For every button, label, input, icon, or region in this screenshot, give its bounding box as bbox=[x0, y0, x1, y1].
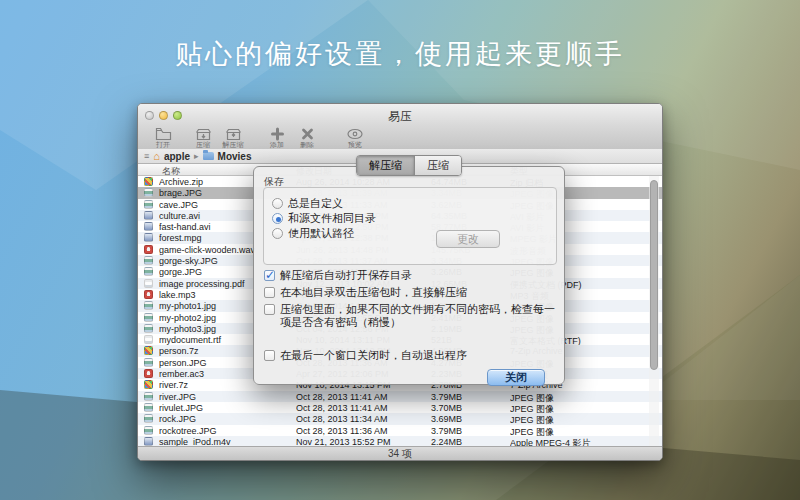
status-bar: 34 项 bbox=[138, 446, 662, 460]
cell-file-name: cave.JPG bbox=[159, 200, 261, 210]
file-type-icon bbox=[144, 380, 153, 389]
file-type-icon bbox=[144, 369, 153, 378]
cell-file-name: Archive.zip bbox=[159, 177, 261, 187]
radio-label: 和源文件相同目录 bbox=[288, 211, 376, 226]
cell-file-name: gorge.JPG bbox=[159, 267, 261, 277]
cell-file-name: my-photo3.jpg bbox=[159, 324, 261, 334]
file-type-icon bbox=[144, 211, 153, 220]
file-type-icon bbox=[144, 222, 153, 231]
extract-button[interactable]: 解压缩 bbox=[218, 127, 248, 148]
file-type-icon bbox=[144, 177, 153, 186]
cell-file-name: forest.mpg bbox=[159, 233, 261, 243]
toolbar-label: 压缩 bbox=[196, 141, 210, 148]
file-type-icon bbox=[144, 392, 153, 401]
path-segment-apple[interactable]: apple bbox=[164, 151, 190, 162]
preferences-dialog: 解压缩 压缩 保存 总是自定义 和源文件相同目录 使用默认路径 更改 解压缩后自… bbox=[253, 166, 565, 385]
table-row[interactable]: rockotree.JPGOct 28, 2013 11:36 AM3.79MB… bbox=[138, 425, 663, 436]
cell-file-name: rivulet.JPG bbox=[159, 403, 261, 413]
path-separator: ▸ bbox=[194, 151, 199, 161]
radio-icon bbox=[272, 228, 283, 239]
preview-button[interactable]: 预览 bbox=[340, 127, 370, 148]
cell-file-name: rock.JPG bbox=[159, 414, 261, 424]
table-row[interactable]: rock.JPGOct 28, 2013 11:34 AM3.69MBJPEG … bbox=[138, 413, 663, 424]
file-type-icon bbox=[144, 414, 153, 423]
toolbar-label: 添加 bbox=[270, 141, 284, 148]
file-type-icon bbox=[144, 324, 153, 333]
file-type-icon bbox=[144, 313, 153, 322]
tab-extract[interactable]: 解压缩 bbox=[357, 156, 414, 175]
toolbar-label: 预览 bbox=[348, 141, 362, 148]
checkbox-check-passwords[interactable]: 压缩包里面，如果不同的文件拥有不同的密码，检查每一项是否含有密码（稍慢） bbox=[264, 303, 558, 329]
preview-icon bbox=[346, 127, 364, 141]
file-type-icon bbox=[144, 301, 153, 310]
cell-date-modified: Oct 28, 2013 11:41 AM bbox=[296, 403, 426, 413]
radio-label: 总是自定义 bbox=[288, 196, 343, 211]
window-title: 易压 bbox=[138, 108, 662, 125]
scrollbar-thumb[interactable] bbox=[650, 180, 658, 370]
checkbox-label: 解压缩后自动打开保存目录 bbox=[280, 269, 412, 282]
toolbar-label: 解压缩 bbox=[223, 141, 244, 148]
radio-always-custom[interactable]: 总是自定义 bbox=[272, 196, 343, 211]
compress-icon bbox=[195, 127, 212, 141]
toolbar-label: 打开 bbox=[156, 141, 170, 148]
close-button[interactable]: 关闭 bbox=[487, 369, 545, 386]
cell-file-name: my-photo2.jpg bbox=[159, 313, 261, 323]
vertical-scrollbar[interactable] bbox=[649, 176, 659, 448]
checkbox-open-after-extract[interactable]: 解压缩后自动打开保存目录 bbox=[264, 269, 412, 282]
cell-file-name: person.JPG bbox=[159, 358, 261, 368]
save-group-box: 总是自定义 和源文件相同目录 使用默认路径 更改 bbox=[263, 187, 557, 265]
file-type-icon bbox=[144, 279, 153, 288]
change-button[interactable]: 更改 bbox=[436, 230, 500, 248]
file-type-icon bbox=[144, 233, 153, 242]
file-type-icon bbox=[144, 290, 153, 299]
cell-size: 3.79MB bbox=[431, 426, 491, 436]
table-row[interactable]: river.JPGOct 28, 2013 11:41 AM3.79MBJPEG… bbox=[138, 391, 663, 402]
file-type-icon bbox=[144, 426, 153, 435]
cell-date-modified: Oct 28, 2013 11:36 AM bbox=[296, 426, 426, 436]
item-count: 34 项 bbox=[388, 448, 412, 459]
add-button[interactable]: 添加 bbox=[262, 127, 292, 148]
cell-file-name: rember.ac3 bbox=[159, 369, 261, 379]
radio-default-path[interactable]: 使用默认路径 bbox=[272, 226, 354, 241]
cell-file-name: gorge-sky.JPG bbox=[159, 256, 261, 266]
cell-file-name: game-click-wooden.wav bbox=[159, 245, 261, 255]
checkbox-doubleclick-extract[interactable]: 在本地目录双击压缩包时，直接解压缩 bbox=[264, 286, 467, 299]
cell-file-name: image processing.pdf bbox=[159, 279, 261, 289]
cell-date-modified: Oct 28, 2013 11:34 AM bbox=[296, 414, 426, 424]
folder-open-icon bbox=[155, 127, 172, 141]
toolbar-label: 删除 bbox=[300, 141, 314, 148]
file-type-icon bbox=[144, 256, 153, 265]
table-row[interactable]: rivulet.JPGOct 28, 2013 11:41 AM3.70MBJP… bbox=[138, 402, 663, 413]
cell-file-name: my-photo1.jpg bbox=[159, 301, 261, 311]
checkbox-icon bbox=[264, 350, 275, 361]
cell-size: 3.79MB bbox=[431, 392, 491, 402]
file-type-icon bbox=[144, 335, 153, 344]
title-bar[interactable]: 易压 bbox=[138, 104, 662, 126]
path-segment-movies[interactable]: Movies bbox=[218, 151, 252, 162]
file-type-icon bbox=[144, 267, 153, 276]
folder-icon bbox=[203, 152, 214, 160]
radio-same-directory[interactable]: 和源文件相同目录 bbox=[272, 211, 376, 226]
cell-file-name: mydocument.rtf bbox=[159, 335, 261, 345]
file-type-icon bbox=[144, 346, 153, 355]
cell-file-name: rockotree.JPG bbox=[159, 426, 261, 436]
file-type-icon bbox=[144, 188, 153, 197]
file-type-icon bbox=[144, 245, 153, 254]
file-type-icon bbox=[144, 358, 153, 367]
compress-button[interactable]: 压缩 bbox=[188, 127, 218, 148]
checkbox-label: 在本地目录双击压缩包时，直接解压缩 bbox=[280, 286, 467, 299]
file-type-icon bbox=[144, 403, 153, 412]
tab-compress[interactable]: 压缩 bbox=[414, 156, 461, 175]
delete-icon bbox=[300, 127, 315, 141]
add-icon bbox=[270, 127, 285, 141]
cell-date-modified: Oct 28, 2013 11:41 AM bbox=[296, 392, 426, 402]
checkbox-quit-on-last-window[interactable]: 在最后一个窗口关闭时，自动退出程序 bbox=[264, 349, 467, 362]
list-view-icon[interactable]: ≡ bbox=[144, 151, 149, 161]
cell-file-name: person.7z bbox=[159, 346, 261, 356]
home-icon: ⌂ bbox=[153, 151, 160, 161]
file-type-icon bbox=[144, 437, 153, 446]
open-button[interactable]: 打开 bbox=[148, 127, 178, 148]
cell-file-name: fast-hand.avi bbox=[159, 222, 261, 232]
delete-button[interactable]: 删除 bbox=[292, 127, 322, 148]
radio-label: 使用默认路径 bbox=[288, 226, 354, 241]
